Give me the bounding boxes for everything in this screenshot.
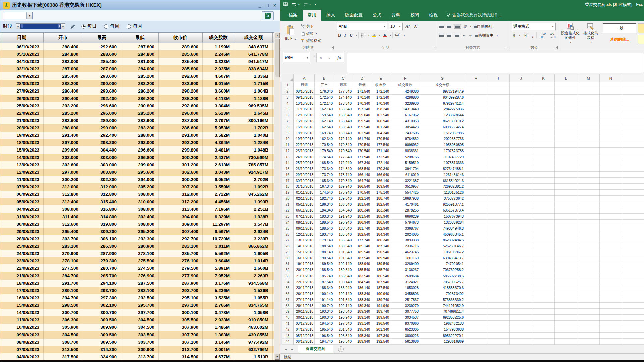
grid-cell[interactable]	[510, 249, 532, 255]
grid-filler[interactable]	[622, 95, 644, 101]
shrink-font-button[interactable]: A▼	[413, 24, 420, 29]
grid-cell[interactable]	[510, 130, 532, 136]
undo-icon[interactable]	[291, 2, 297, 8]
grid-cell[interactable]	[577, 106, 600, 112]
row-header-15[interactable]: 15	[282, 166, 294, 172]
grid-cell[interactable]	[465, 255, 487, 261]
tab-公式[interactable]: 公式	[368, 10, 386, 21]
grid-cell[interactable]: 168.540	[353, 166, 371, 172]
grid-cell[interactable]	[577, 291, 600, 297]
grid-cell[interactable]: 189.540	[334, 196, 353, 202]
grid-filler[interactable]	[622, 321, 644, 327]
grid-filler[interactable]	[622, 291, 644, 297]
grid-cell[interactable]	[555, 95, 577, 101]
underline-button[interactable]: U	[348, 32, 354, 38]
grid-cell[interactable]	[532, 326, 555, 333]
grid-cell[interactable]: 191.540	[334, 297, 353, 303]
column-header-B[interactable]: B	[315, 74, 334, 82]
grid-cell[interactable]: 162.540	[371, 112, 390, 118]
grid-cell[interactable]	[487, 261, 510, 267]
grid-cell[interactable]	[600, 339, 622, 345]
grid-cell[interactable]	[510, 321, 532, 327]
grid-filler[interactable]	[622, 303, 644, 309]
radio-icon[interactable]	[81, 24, 86, 29]
grid-cell[interactable]	[555, 196, 577, 202]
grid-filler[interactable]	[622, 136, 644, 142]
table-row[interactable]: 22/09/2023285.200296.000285.200296.0005.…	[0, 109, 274, 117]
grid-cell[interactable]	[555, 124, 577, 130]
grid-cell[interactable]: 189.740	[371, 297, 390, 303]
grid-cell[interactable]: 175.940	[334, 190, 353, 196]
grid-cell[interactable]: 2517837	[390, 297, 420, 303]
grid-cell[interactable]: 3269400	[390, 261, 420, 267]
grid-cell[interactable]	[465, 297, 487, 303]
grid-cell[interactable]	[577, 273, 600, 279]
grid-cell[interactable]: 171.540	[353, 88, 371, 95]
grid-filler[interactable]	[622, 160, 644, 166]
grid-cell[interactable]	[510, 88, 532, 95]
grid-cell[interactable]: 06/11/2018	[294, 207, 315, 214]
grid-cell[interactable]	[510, 279, 532, 285]
grid-cell[interactable]	[555, 261, 577, 267]
grid-cell[interactable]	[532, 106, 555, 112]
grid-filler[interactable]	[622, 112, 644, 118]
grid-cell[interactable]: 198.540	[334, 333, 353, 339]
grid-cell[interactable]	[532, 130, 555, 136]
grid-cell[interactable]: 170.340	[371, 166, 390, 172]
column-header-J[interactable]: J	[510, 74, 532, 82]
grid-cell[interactable]: 184.340	[371, 231, 390, 237]
grid-cell[interactable]	[555, 267, 577, 273]
grid-cell[interactable]: 792873402	[420, 291, 465, 297]
grid-cell[interactable]	[577, 201, 600, 207]
row-header-43[interactable]: 43	[282, 333, 294, 339]
grid-cell[interactable]: 661554021.6	[420, 178, 465, 184]
grid-cell[interactable]: 159.540	[353, 118, 371, 124]
table-row[interactable]: 15/09/2023299.600304.400296.600299.8003.…	[0, 146, 274, 154]
grid-cell[interactable]: 201.340	[371, 326, 390, 333]
slider-left-handle[interactable]	[20, 24, 23, 29]
grid-cell[interactable]: 181.540	[353, 201, 371, 207]
grid-cell[interactable]	[532, 154, 555, 160]
grid-cell[interactable]: 195.340	[353, 326, 371, 333]
grid-cell[interactable]: 166.140	[371, 178, 390, 184]
table-row[interactable]: 26/09/2023290.400292.400286.200288.2004.…	[0, 95, 274, 102]
grid-cell[interactable]: 1507673943	[420, 214, 465, 220]
grid-cell[interactable]: 193.140	[353, 321, 371, 327]
grid-cell[interactable]: 188.540	[371, 220, 390, 226]
column-header-N[interactable]: N	[600, 74, 622, 82]
grid-cell[interactable]: 169.540	[371, 184, 390, 190]
grid-cell[interactable]: 179.340	[334, 142, 353, 148]
merge-dropdown-icon[interactable]: ▾	[497, 34, 498, 37]
tab-版面配置[interactable]: 版面配置	[340, 10, 368, 21]
table-row[interactable]: 07/08/2023313.500314.300309.900312.7002.…	[0, 346, 274, 353]
grid-cell[interactable]: 1958930805	[420, 142, 465, 148]
row-header-25[interactable]: 25	[282, 225, 294, 231]
grid-cell[interactable]	[532, 261, 555, 267]
grid-cell[interactable]: 189.540	[315, 261, 334, 267]
format-painter-button[interactable]: 複製格式	[301, 38, 321, 44]
grid-cell[interactable]	[532, 291, 555, 297]
fill-color-button[interactable]	[371, 33, 377, 38]
font-size-select[interactable]: 10▼	[389, 23, 403, 30]
grid-cell[interactable]: 4296880	[390, 95, 420, 101]
grid-cell[interactable]	[532, 249, 555, 255]
grid-cell[interactable]	[577, 172, 600, 178]
grid-cell[interactable]: 827347488.1	[420, 166, 465, 172]
grid-cell[interactable]: 26/11/2018	[294, 291, 315, 297]
grid-cell[interactable]: 159.540	[315, 112, 334, 118]
grid-cell[interactable]	[510, 255, 532, 261]
column-header-C[interactable]: C	[334, 74, 353, 82]
date-range-slider[interactable]: ◄ ►	[16, 23, 65, 29]
grid-cell[interactable]: 15/10/2018	[294, 118, 315, 124]
grid-cell[interactable]: 194.540	[315, 321, 334, 327]
enter-icon[interactable]: ✓	[328, 55, 332, 60]
grid-cell[interactable]: 182.140	[353, 196, 371, 202]
grid-cell[interactable]	[555, 285, 577, 291]
grid-filler[interactable]	[622, 326, 644, 333]
grid-filler[interactable]	[622, 178, 644, 184]
table-row[interactable]: 12/09/2023297.000303.800295.600302.6003.…	[0, 169, 274, 176]
grid-cell[interactable]	[532, 136, 555, 142]
bold-button[interactable]: B	[337, 32, 342, 38]
grid-cell[interactable]	[532, 315, 555, 321]
grid-cell[interactable]: 170.540	[353, 148, 371, 154]
